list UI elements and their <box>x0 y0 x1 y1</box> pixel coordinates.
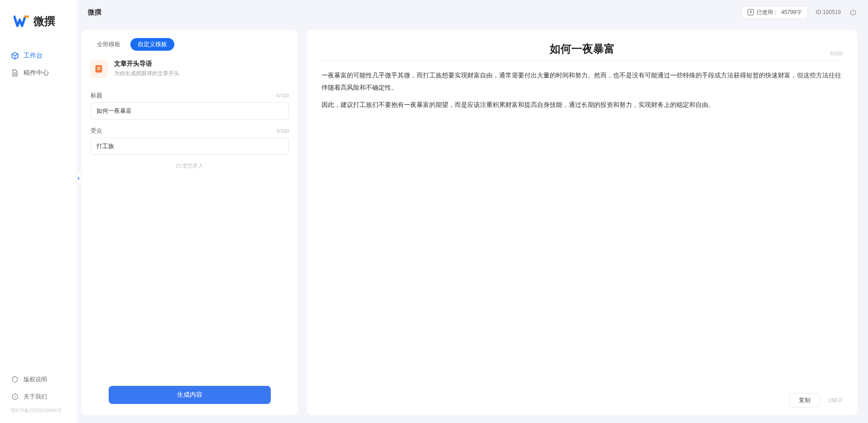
user-id: ID:100519 <box>816 9 841 15</box>
logo: 微撰 <box>0 0 77 43</box>
field-label: 受众 <box>91 127 102 135</box>
sidebar-item-label: 工作台 <box>24 52 43 60</box>
result-title-count: 6/100 <box>830 51 843 56</box>
template-tabs: 全部模板 自定义模板 <box>82 38 298 57</box>
tab-custom-templates[interactable]: 自定义模板 <box>130 38 174 51</box>
template-desc: 为你生成抓眼球的文章开头 <box>114 70 179 77</box>
template-title: 文章开头导语 <box>114 60 179 68</box>
sidebar-item-label: 版权说明 <box>24 375 47 384</box>
input-panel: 全部模板 自定义模板 文章开头导语 为你生成抓眼球的文章开头 <box>82 30 298 415</box>
result-body: 一夜暴富的可能性几乎微乎其微，而打工族想要实现财富自由，通常需要付出大量的时间和… <box>321 65 843 116</box>
logo-icon <box>14 14 29 29</box>
clear-input-hint[interactable]: 白清空录入 <box>91 162 289 170</box>
word-count: 156字 <box>828 397 843 404</box>
document-icon <box>11 69 19 77</box>
power-button[interactable] <box>849 8 857 16</box>
field-count: 6/100 <box>276 93 289 98</box>
sidebar: 微撰 工作台 稿件中心 <box>0 0 77 423</box>
sidebar-bottom: 版权说明 关于我们 鄂ICP备2022016946号 <box>0 371 77 423</box>
topbar: 微撰 T 已使用： 45799字 ID:100519 <box>77 0 868 24</box>
usage-prefix: 已使用： <box>757 9 778 16</box>
tab-all-templates[interactable]: 全部模板 <box>90 38 128 51</box>
audience-input[interactable] <box>91 138 289 155</box>
page-title: 微撰 <box>88 8 101 17</box>
info-icon <box>11 393 19 401</box>
field-audience: 受众 3/100 <box>91 127 289 155</box>
svg-rect-2 <box>97 67 100 68</box>
sidebar-item-copyright[interactable]: 版权说明 <box>0 371 77 388</box>
sidebar-item-label: 稿件中心 <box>24 69 49 77</box>
copy-button[interactable]: 复制 <box>789 393 820 408</box>
field-title: 标题 6/100 <box>91 91 289 120</box>
result-title: 如何一夜暴富 <box>321 42 843 56</box>
sidebar-item-drafts[interactable]: 稿件中心 <box>0 64 77 82</box>
result-paragraph: 一夜暴富的可能性几乎微乎其微，而打工族想要实现财富自由，通常需要付出大量的时间和… <box>321 69 843 93</box>
sidebar-nav: 工作台 稿件中心 <box>0 43 77 371</box>
logo-text: 微撰 <box>34 14 55 29</box>
selected-template: 文章开头导语 为你生成抓眼球的文章开头 <box>82 57 298 86</box>
cube-icon <box>11 52 19 60</box>
sidebar-collapse-button[interactable] <box>76 172 82 185</box>
shield-icon <box>11 375 19 384</box>
field-label: 标题 <box>91 91 102 100</box>
result-panel: 如何一夜暴富 6/100 一夜暴富的可能性几乎微乎其微，而打工族想要实现财富自由… <box>307 30 857 415</box>
template-icon <box>90 60 108 78</box>
chevron-left-icon <box>77 177 81 180</box>
field-count: 3/100 <box>276 128 289 134</box>
sidebar-item-label: 关于我们 <box>24 393 47 401</box>
svg-rect-3 <box>97 69 100 70</box>
icp-text: 鄂ICP备2022016946号 <box>0 405 77 416</box>
title-input[interactable] <box>91 102 289 120</box>
result-paragraph: 因此，建议打工族们不要抱有一夜暴富的期望，而是应该注重积累财富和提高自身技能，通… <box>321 99 843 111</box>
usage-count: 45799字 <box>781 9 801 16</box>
generate-button[interactable]: 生成内容 <box>109 386 271 404</box>
sidebar-item-workspace[interactable]: 工作台 <box>0 47 77 64</box>
power-icon <box>849 8 857 16</box>
sidebar-item-about[interactable]: 关于我们 <box>0 388 77 405</box>
text-icon: T <box>748 9 754 15</box>
usage-badge[interactable]: T 已使用： 45799字 <box>742 6 807 19</box>
